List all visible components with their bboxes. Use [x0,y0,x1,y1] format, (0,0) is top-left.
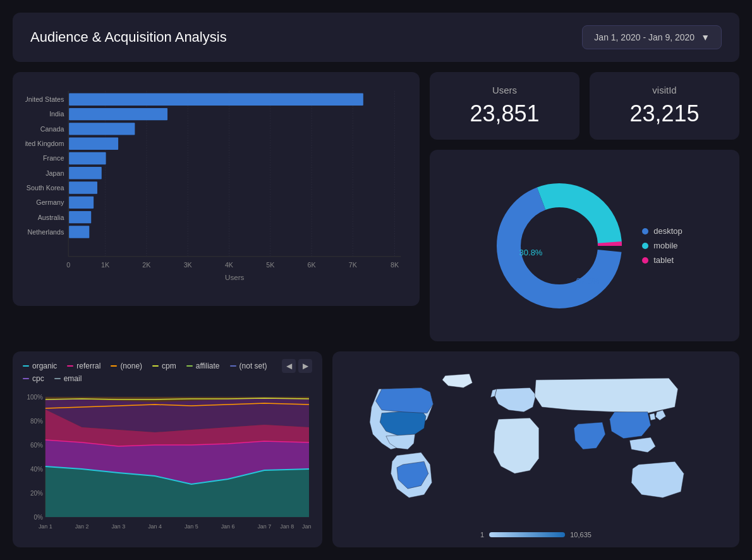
legend-referral-label: referral [76,362,100,370]
legend-referral: referral [67,362,100,370]
page-title: Audience & Acquisition Analysis [30,29,227,46]
donut-legend: desktop mobile tablet [642,226,682,265]
legend-none: (none) [111,362,142,370]
svg-text:Users: Users [225,273,245,281]
legend-cpm-label: cpm [162,362,176,370]
legend-notset: (not set) [230,362,267,370]
svg-rect-28 [69,152,106,164]
users-label: Users [445,85,564,95]
svg-text:Netherlands: Netherlands [28,228,64,236]
svg-rect-24 [69,123,135,135]
legend-cpm: cpm [152,362,176,370]
svg-text:Jan 4: Jan 4 [148,523,162,530]
svg-rect-30 [69,167,102,179]
legend-cpc: cpc [23,374,44,383]
svg-rect-38 [69,226,89,238]
donut-legend-desktop: desktop [642,226,682,236]
svg-text:20%: 20% [30,490,43,497]
svg-text:0: 0 [66,261,70,269]
legend-organic: organic [23,362,57,370]
legend-email: email [54,374,82,383]
svg-text:Jan 5: Jan 5 [185,523,198,530]
mobile-dot [642,243,648,249]
legend-affiliate: affiliate [186,362,220,370]
legend-organic-label: organic [32,362,57,370]
bar-chart-card: 0 1K 2K 3K 4K 5K 6K 7K 8K Users United S… [13,72,420,306]
svg-text:4K: 4K [225,261,234,269]
area-chart-nav[interactable]: ◀ ▶ [282,359,312,373]
svg-text:Jan 6: Jan 6 [221,523,235,530]
visitid-kpi: visitId 23,215 [590,72,739,140]
legend-affiliate-label: affiliate [196,362,220,370]
legend-notset-label: (not set) [240,362,267,370]
svg-text:Japan: Japan [45,169,64,177]
svg-text:40%: 40% [30,466,43,473]
legend-email-label: email [64,374,82,383]
users-value: 23,851 [445,100,564,127]
svg-text:80%: 80% [30,418,43,425]
svg-text:7K: 7K [349,261,358,269]
svg-text:Australia: Australia [38,214,64,221]
tablet-dot [642,257,648,264]
main-content: 0 1K 2K 3K 4K 5K 6K 7K 8K Users United S… [13,72,739,341]
svg-text:1K: 1K [101,261,110,269]
svg-text:Jan 2: Jan 2 [75,523,89,530]
right-panel: Users 23,851 visitId 23,215 [430,72,739,341]
svg-text:Jan 7: Jan 7 [257,523,271,530]
svg-rect-20 [69,94,363,106]
tablet-label: tablet [653,255,674,265]
desktop-dot [642,228,648,234]
map-legend-min: 1 [480,531,484,539]
svg-text:South Korea: South Korea [27,184,64,192]
svg-text:Jan 1: Jan 1 [39,523,52,530]
area-legend: organic referral (none) cpm [23,362,282,383]
donut-legend-mobile: mobile [642,241,682,250]
bar-chart: 0 1K 2K 3K 4K 5K 6K 7K 8K Users United S… [25,85,407,293]
svg-text:United States: United States [25,95,64,103]
svg-text:Jan 8: Jan 8 [280,523,294,530]
map-card: 1 10,635 [332,351,739,547]
svg-rect-26 [69,137,118,149]
donut-chart: 30.8% 67.5% [487,173,632,319]
svg-rect-32 [69,181,97,193]
svg-text:3K: 3K [184,261,193,269]
svg-text:India: India [49,110,64,118]
dashboard: Audience & Acquisition Analysis Jan 1, 2… [0,0,752,560]
svg-text:Canada: Canada [40,125,64,133]
visitid-value: 23,215 [605,100,724,127]
svg-text:0%: 0% [33,514,43,521]
svg-text:6K: 6K [307,261,316,269]
legend-cpc-label: cpc [32,374,44,383]
svg-text:2K: 2K [142,261,151,269]
svg-text:60%: 60% [30,442,43,449]
mobile-label: mobile [653,241,677,250]
area-chart-card: organic referral (none) cpm [13,351,322,547]
dropdown-icon: ▼ [701,32,710,42]
world-map [343,362,729,537]
svg-text:8K: 8K [391,261,399,269]
bottom-row: organic referral (none) cpm [13,351,739,547]
svg-rect-36 [69,211,91,223]
svg-text:Jan 9: Jan 9 [302,523,312,530]
date-range-label: Jan 1, 2020 - Jan 9, 2020 [594,32,694,42]
svg-text:30.8%: 30.8% [519,248,543,257]
svg-text:Jan 3: Jan 3 [111,523,125,530]
map-legend-max: 10,635 [570,531,591,539]
map-legend: 1 10,635 [480,531,591,539]
donut-legend-tablet: tablet [642,255,682,265]
svg-text:Germany: Germany [36,198,64,206]
desktop-label: desktop [653,226,682,236]
left-panel: 0 1K 2K 3K 4K 5K 6K 7K 8K Users United S… [13,72,420,341]
svg-rect-34 [69,197,94,209]
next-button[interactable]: ▶ [298,359,312,373]
svg-text:United Kingdom: United Kingdom [25,140,64,147]
users-kpi: Users 23,851 [430,72,579,140]
svg-text:67.5%: 67.5% [576,276,600,286]
date-range-picker[interactable]: Jan 1, 2020 - Jan 9, 2020 ▼ [582,25,722,49]
legend-none-label: (none) [120,362,142,370]
prev-button[interactable]: ◀ [282,359,296,373]
donut-card: 30.8% 67.5% desktop mobile tablet [430,150,739,341]
svg-rect-22 [69,108,167,120]
kpi-row: Users 23,851 visitId 23,215 [430,72,739,140]
area-chart-svg: 100% 80% 60% 40% 20% 0% [23,391,312,536]
